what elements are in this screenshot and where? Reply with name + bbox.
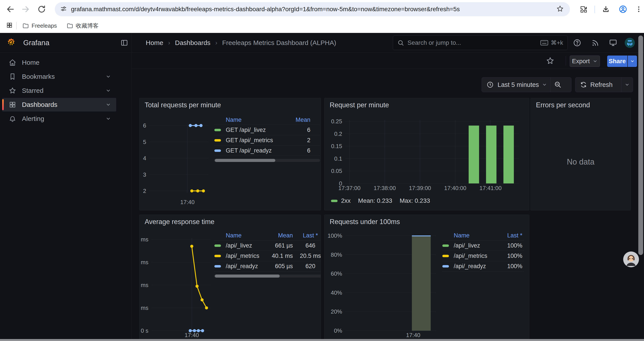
chevron-down-icon[interactable] [106, 102, 111, 107]
site-settings-icon[interactable] [60, 5, 67, 13]
share-button[interactable]: Share [607, 56, 627, 67]
legend-scrollbar-thumb[interactable] [215, 274, 280, 278]
refresh-interval-button[interactable] [622, 82, 633, 87]
legend-swatch [442, 255, 449, 257]
grafana-logo[interactable] [6, 38, 16, 48]
extensions-button[interactable] [579, 5, 588, 14]
search-input[interactable]: Search or jump to... ⌘+k [393, 36, 568, 50]
apps-grid-icon[interactable] [6, 22, 13, 30]
legend-row[interactable]: GET /api/_livez6 [214, 125, 320, 135]
refresh-button[interactable]: Refresh [575, 77, 633, 92]
chevron-down-icon[interactable] [106, 74, 111, 79]
legend-row[interactable]: /api/_readyz605 µs620 [214, 261, 321, 271]
sidebar-item-starred[interactable]: Starred [2, 84, 116, 97]
chevron-down-icon[interactable] [106, 116, 111, 121]
assistant-avatar[interactable] [623, 251, 639, 267]
panel-requests-under-100ms[interactable]: Requests under 100ms 100%80%60%40%20%0%1… [324, 215, 529, 341]
legend-cell: 605 µs [266, 263, 293, 270]
vertical-scrollbar[interactable] [638, 36, 643, 255]
legend-swatch [214, 265, 221, 267]
brand-label[interactable]: Grafana [23, 39, 49, 47]
dock-sidebar-icon[interactable] [120, 39, 128, 47]
sidebar-item-alerting[interactable]: Alerting [2, 112, 116, 126]
legend-column-header[interactable]: Name [214, 117, 294, 123]
help-button[interactable] [572, 38, 582, 48]
legend-column-header[interactable]: Name [442, 232, 499, 239]
legend-header-row: NameMeanLast * [214, 231, 321, 240]
user-avatar[interactable] [624, 38, 635, 48]
svg-text:0.15: 0.15 [331, 143, 342, 149]
export-button[interactable]: Export [570, 56, 600, 67]
bookmark-item[interactable]: Freeleaps [22, 22, 57, 29]
legend-cell: /api/_readyz [454, 263, 499, 270]
legend-row[interactable]: GET /api/_metrics2 [214, 135, 320, 146]
panel-request-per-minute[interactable]: Request per minute 0.250.20.150.10.05017… [324, 98, 529, 210]
profile-button[interactable] [618, 5, 628, 14]
monitor-icon [609, 39, 617, 47]
sidebar-item-bookmarks[interactable]: Bookmarks [2, 70, 116, 83]
legend-row[interactable]: /api/_livez661 µs646 [214, 240, 321, 251]
news-button[interactable] [590, 38, 600, 48]
grafana-app: Grafana Home›Dashboards›Freeleaps Metric… [0, 33, 644, 341]
share-menu-button[interactable] [628, 56, 637, 67]
legend-swatch [442, 244, 449, 247]
downloads-button[interactable] [601, 5, 611, 14]
legend-column-header[interactable]: Name [214, 232, 266, 239]
legend-column-header[interactable]: Last * [293, 232, 321, 239]
panel-total-requests[interactable]: Total requests per minute 6543217:40 Nam… [139, 98, 321, 210]
legend-row[interactable]: /api/_metrics40.1 ms20.5 ms [214, 251, 321, 261]
sidebar-item-dashboards[interactable]: Dashboards [2, 98, 116, 112]
legend-row[interactable]: /api/_metrics100% [442, 251, 524, 261]
url-bar[interactable]: grafana.mathmast.com/d/deytv4rwavabkb/fr… [55, 2, 570, 16]
favorite-dashboard-button[interactable] [545, 56, 555, 66]
legend-cell: 620 [293, 263, 321, 270]
zoom-out-button[interactable] [550, 81, 565, 88]
bookmark-item[interactable]: 收藏博客 [67, 22, 99, 30]
legend-column-header[interactable]: Mean [266, 232, 293, 239]
legend-row[interactable]: GET /api/_readyz6 [214, 146, 320, 156]
back-icon [6, 5, 14, 14]
legend-table[interactable]: NameMeanGET /api/_livez6GET /api/_metric… [214, 115, 320, 162]
legend-series-label[interactable]: 2xx [341, 197, 351, 204]
chevron-down-icon[interactable] [106, 88, 111, 93]
legend-scrollbar[interactable] [214, 274, 321, 278]
horizontal-scrollbar[interactable] [0, 339, 644, 341]
refresh-icon [580, 81, 587, 88]
legend-inline[interactable]: 2xx Mean: 0.233 Max: 0.233 [331, 197, 430, 204]
bell-icon [9, 115, 16, 122]
sidebar-item-home[interactable]: Home [2, 56, 116, 69]
legend-row[interactable]: /api/_readyz100% [442, 261, 524, 271]
legend-cell: 100% [499, 253, 524, 259]
svg-text:20 ms: 20 ms [140, 304, 148, 311]
breadcrumb-item: Freeleaps Metrics Dashboard (ALPHA) [222, 39, 336, 47]
legend-cell: 2 [294, 137, 320, 144]
legend-column-header[interactable]: Last * [499, 232, 524, 239]
legend-scrollbar[interactable] [214, 159, 320, 162]
kiosk-button[interactable] [608, 38, 618, 48]
breadcrumb-item[interactable]: Home [146, 39, 163, 47]
legend-column-header[interactable]: Mean [294, 117, 320, 123]
legend-cell: 20.5 ms [293, 253, 321, 259]
url-text[interactable]: grafana.mathmast.com/d/deytv4rwavabkb/fr… [71, 6, 550, 13]
svg-text:0.1: 0.1 [334, 155, 342, 162]
legend-row[interactable]: /api/_livez100% [442, 240, 524, 251]
legend-cell: /api/_livez [226, 242, 266, 249]
panel-errors-per-second[interactable]: Errors per second No data [530, 98, 631, 210]
grid-icon [9, 101, 16, 108]
time-range-picker[interactable]: Last 5 minutes [482, 77, 572, 92]
legend-table[interactable]: NameMeanLast */api/_livez661 µs646/api/_… [214, 231, 321, 278]
breadcrumb-item[interactable]: Dashboards [175, 39, 210, 47]
reload-button[interactable] [37, 5, 46, 14]
star-icon [546, 57, 554, 65]
bookmark-star-icon[interactable] [556, 5, 564, 14]
forward-button[interactable] [21, 5, 31, 14]
legend-header-row: NameLast * [442, 231, 524, 240]
svg-text:0 s: 0 s [141, 327, 148, 334]
legend-scrollbar-thumb[interactable] [215, 159, 275, 162]
panel-average-response-time[interactable]: Average response time 80 ms60 ms40 ms20 … [139, 215, 321, 341]
legend-table[interactable]: NameLast */api/_livez100%/api/_metrics10… [442, 231, 524, 271]
toolbar-divider [594, 6, 595, 13]
back-button[interactable] [5, 5, 15, 14]
panel-title[interactable]: Errors per second [536, 101, 590, 109]
browser-menu-button[interactable] [634, 5, 644, 14]
